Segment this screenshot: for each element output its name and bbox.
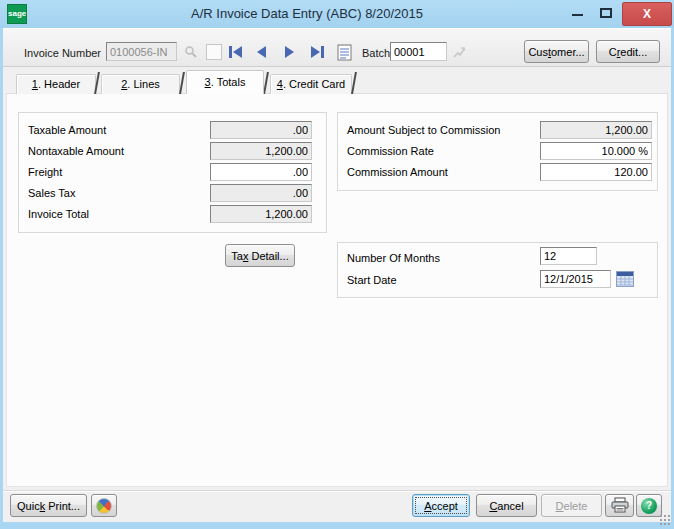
taxable-amount-label: Taxable Amount — [28, 124, 106, 136]
invoice-total-field[interactable] — [210, 205, 312, 223]
amount-subject-to-commission-field[interactable] — [540, 121, 652, 139]
pinwheel-button[interactable] — [91, 494, 117, 517]
sales-tax-field[interactable] — [210, 184, 312, 202]
batch-next-icon[interactable] — [450, 43, 468, 61]
help-icon: ? — [641, 498, 657, 514]
memo-icon[interactable] — [336, 42, 353, 61]
commission-rate-label: Commission Rate — [347, 145, 434, 157]
batch-field[interactable] — [390, 42, 447, 61]
commission-rate-field[interactable] — [540, 142, 652, 160]
tab-header[interactable]: 1. Header — [16, 74, 96, 94]
close-icon[interactable]: X — [622, 2, 672, 26]
nav-last-icon[interactable] — [309, 44, 326, 60]
start-date-field[interactable] — [540, 270, 611, 288]
help-button[interactable]: ? — [636, 494, 662, 517]
sage-logo-icon: sage — [7, 4, 27, 24]
maximize-icon[interactable] — [600, 8, 612, 18]
print-button[interactable] — [605, 494, 634, 517]
nav-prev-icon[interactable] — [255, 44, 267, 60]
minimize-icon[interactable] — [572, 14, 583, 16]
calendar-icon[interactable] — [615, 270, 634, 288]
ar-invoice-data-entry-window: sage A/R Invoice Data Entry (ABC) 8/20/2… — [0, 0, 674, 529]
start-date-label: Start Date — [347, 274, 397, 286]
invoice-number-label: Invoice Number — [24, 47, 101, 59]
freight-field[interactable] — [210, 163, 312, 181]
lookup-icon[interactable] — [183, 44, 199, 60]
amount-subject-to-commission-label: Amount Subject to Commission — [347, 124, 500, 136]
commission-amount-field[interactable] — [540, 163, 652, 181]
delete-button[interactable]: Delete — [541, 494, 602, 517]
sales-tax-label: Sales Tax — [28, 187, 76, 199]
freight-label: Freight — [28, 166, 62, 178]
accept-button[interactable]: Accept — [412, 494, 470, 517]
pinwheel-icon — [96, 498, 112, 514]
window-title: A/R Invoice Data Entry (ABC) 8/20/2015 — [60, 6, 554, 21]
tab-totals[interactable]: 3. Totals — [186, 70, 264, 94]
tab-lines[interactable]: 2. Lines — [101, 74, 180, 94]
nav-next-icon[interactable] — [283, 44, 295, 60]
printer-icon — [611, 497, 629, 513]
document-icon[interactable] — [205, 43, 223, 61]
taxable-amount-field[interactable] — [210, 121, 312, 139]
nontaxable-amount-field[interactable] — [210, 142, 312, 160]
invoice-number-field[interactable] — [106, 42, 177, 61]
cancel-button[interactable]: Cancel — [476, 494, 537, 517]
tab-credit-card[interactable]: 4. Credit Card — [270, 74, 352, 94]
nontaxable-amount-label: Nontaxable Amount — [28, 145, 124, 157]
credit-button[interactable]: Credit... — [596, 40, 660, 63]
number-of-months-label: Number Of Months — [347, 252, 440, 264]
invoice-total-label: Invoice Total — [28, 208, 89, 220]
batch-label: Batch — [362, 47, 390, 59]
number-of-months-field[interactable] — [540, 247, 597, 265]
titlebar[interactable]: sage A/R Invoice Data Entry (ABC) 8/20/2… — [0, 0, 674, 28]
tax-detail-button[interactable]: Tax Detail... — [225, 244, 295, 267]
customer-button[interactable]: Customer... — [524, 40, 589, 63]
nav-first-icon[interactable] — [227, 44, 244, 60]
quick-print-button[interactable]: Quick Print... — [10, 494, 87, 517]
commission-amount-label: Commission Amount — [347, 166, 448, 178]
